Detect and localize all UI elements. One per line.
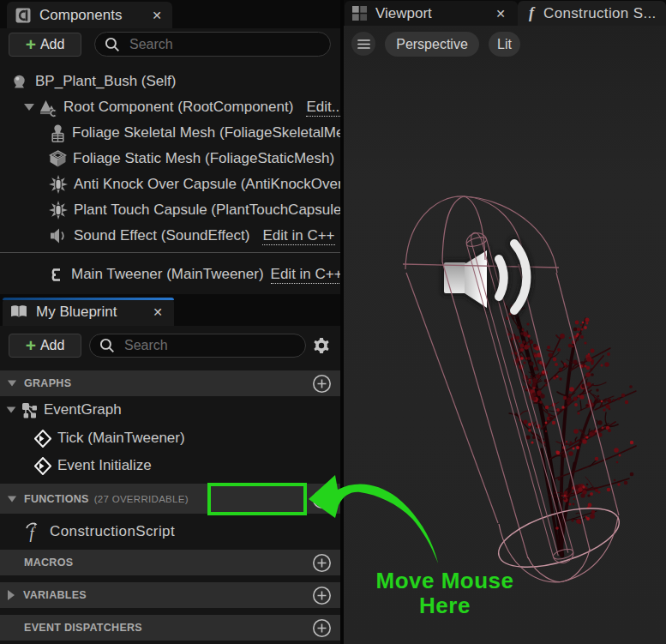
svg-text:Here: Here bbox=[419, 593, 471, 618]
svg-text:Move Mouse: Move Mouse bbox=[375, 568, 513, 593]
